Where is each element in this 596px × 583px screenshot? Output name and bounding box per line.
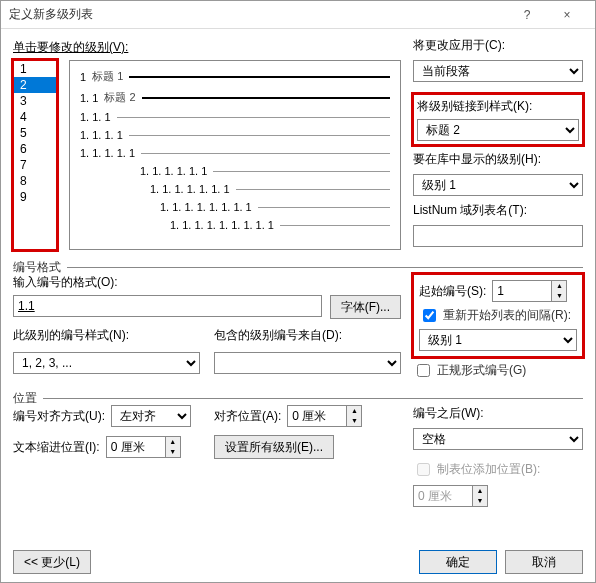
follow-select[interactable]: 空格 <box>413 428 583 450</box>
preview-line <box>236 189 391 190</box>
level-item[interactable]: 3 <box>14 93 56 109</box>
link-style-label: 将级别链接到样式(K): <box>417 98 579 115</box>
ok-button[interactable]: 确定 <box>419 550 497 574</box>
preview-row: 1. 1标题 2 <box>80 90 390 105</box>
preview-row: 1. 1. 1. 1. 1. 1. 1. 1. 1 <box>80 219 390 231</box>
level-item[interactable]: 7 <box>14 157 56 173</box>
preview-line <box>280 225 390 226</box>
level-item[interactable]: 6 <box>14 141 56 157</box>
position-section: 位置 <box>13 390 43 407</box>
start-at-spinner[interactable]: ▲▼ <box>552 280 567 302</box>
apply-to-select[interactable]: 当前段落 <box>413 60 583 82</box>
preview-row: 1. 1. 1. 1 <box>80 129 390 141</box>
level-item[interactable]: 8 <box>14 173 56 189</box>
gallery-level-label: 要在库中显示的级别(H): <box>413 151 583 168</box>
preview-line <box>213 171 390 172</box>
include-from-label: 包含的级别编号来自(D): <box>214 327 401 344</box>
preview-number: 1. 1. 1. 1. 1 <box>80 147 135 159</box>
follow-label: 编号之后(W): <box>413 405 583 422</box>
preview-line <box>129 135 390 136</box>
restart-after-select[interactable]: 级别 1 <box>419 329 577 351</box>
help-button[interactable]: ? <box>507 1 547 29</box>
align-label: 编号对齐方式(U): <box>13 408 105 425</box>
level-item[interactable]: 2 <box>14 77 56 93</box>
preview-row: 1. 1. 1. 1. 1. 1 <box>80 165 390 177</box>
cancel-button[interactable]: 取消 <box>505 550 583 574</box>
preview-number: 1. 1. 1. 1. 1. 1 <box>140 165 207 177</box>
preview-row: 1. 1. 1. 1. 1. 1. 1. 1 <box>80 201 390 213</box>
indent-at-spinner[interactable]: ▲▼ <box>166 436 181 458</box>
preview-number: 1. 1. 1. 1. 1. 1. 1. 1 <box>160 201 252 213</box>
add-tab-checkbox[interactable]: 制表位添加位置(B): <box>413 460 583 479</box>
link-style-select[interactable]: 标题 2 <box>417 119 579 141</box>
apply-to-label: 将更改应用于(C): <box>413 37 583 54</box>
number-format-input[interactable] <box>13 295 322 317</box>
legal-checkbox[interactable]: 正规形式编号(G) <box>413 361 583 380</box>
start-at-input[interactable] <box>492 280 552 302</box>
number-format-section: 编号格式 <box>13 259 67 276</box>
preview-row: 1. 1. 1 <box>80 111 390 123</box>
level-item[interactable]: 1 <box>14 61 56 77</box>
preview-line <box>129 76 390 78</box>
indent-at-label: 文本缩进位置(I): <box>13 439 100 456</box>
preview-row: 1. 1. 1. 1. 1 <box>80 147 390 159</box>
align-at-label: 对齐位置(A): <box>214 408 281 425</box>
preview-line <box>258 207 390 208</box>
less-button[interactable]: << 更少(L) <box>13 550 91 574</box>
include-from-select[interactable] <box>214 352 401 374</box>
font-button[interactable]: 字体(F)... <box>330 295 401 319</box>
set-all-levels-button[interactable]: 设置所有级别(E)... <box>214 435 334 459</box>
level-item[interactable]: 5 <box>14 125 56 141</box>
preview-line <box>141 153 390 154</box>
preview-number: 1. 1. 1. 1. 1. 1. 1 <box>150 183 230 195</box>
titlebar: 定义新多级列表 ? × <box>1 1 595 29</box>
add-tab-input <box>413 485 473 507</box>
restart-after-checkbox[interactable]: 重新开始列表的间隔(R): <box>419 306 577 325</box>
preview-number: 1. 1 <box>80 92 98 104</box>
listnum-label: ListNum 域列表名(T): <box>413 202 583 219</box>
listnum-input[interactable] <box>413 225 583 247</box>
dialog: 定义新多级列表 ? × 单击要修改的级别(V): 123456789 1标题 1… <box>0 0 596 583</box>
enter-format-label: 输入编号的格式(O): <box>13 274 401 291</box>
preview-row: 1标题 1 <box>80 69 390 84</box>
level-item[interactable]: 4 <box>14 109 56 125</box>
start-at-label: 起始编号(S): <box>419 283 486 300</box>
click-level-label: 单击要修改的级别(V): <box>13 39 401 56</box>
preview-row: 1. 1. 1. 1. 1. 1. 1 <box>80 183 390 195</box>
gallery-level-select[interactable]: 级别 1 <box>413 174 583 196</box>
preview-number: 1. 1. 1. 1 <box>80 129 123 141</box>
preview-number: 1. 1. 1. 1. 1. 1. 1. 1. 1 <box>170 219 274 231</box>
indent-at-input[interactable] <box>106 436 166 458</box>
preview-label: 标题 1 <box>92 69 123 84</box>
level-listbox[interactable]: 123456789 <box>13 60 57 250</box>
style-level-select[interactable]: 1, 2, 3, ... <box>13 352 200 374</box>
dialog-title: 定义新多级列表 <box>9 6 507 23</box>
align-at-spinner[interactable]: ▲▼ <box>347 405 362 427</box>
preview-line <box>117 117 390 118</box>
close-button[interactable]: × <box>547 1 587 29</box>
level-item[interactable]: 9 <box>14 189 56 205</box>
preview-line <box>142 97 390 99</box>
preview-number: 1 <box>80 71 86 83</box>
add-tab-spinner: ▲▼ <box>473 485 488 507</box>
align-at-input[interactable] <box>287 405 347 427</box>
preview-label: 标题 2 <box>104 90 135 105</box>
preview-pane: 1标题 11. 1标题 21. 1. 11. 1. 1. 11. 1. 1. 1… <box>69 60 401 250</box>
align-select[interactable]: 左对齐 <box>111 405 191 427</box>
style-level-label: 此级别的编号样式(N): <box>13 327 200 344</box>
preview-number: 1. 1. 1 <box>80 111 111 123</box>
